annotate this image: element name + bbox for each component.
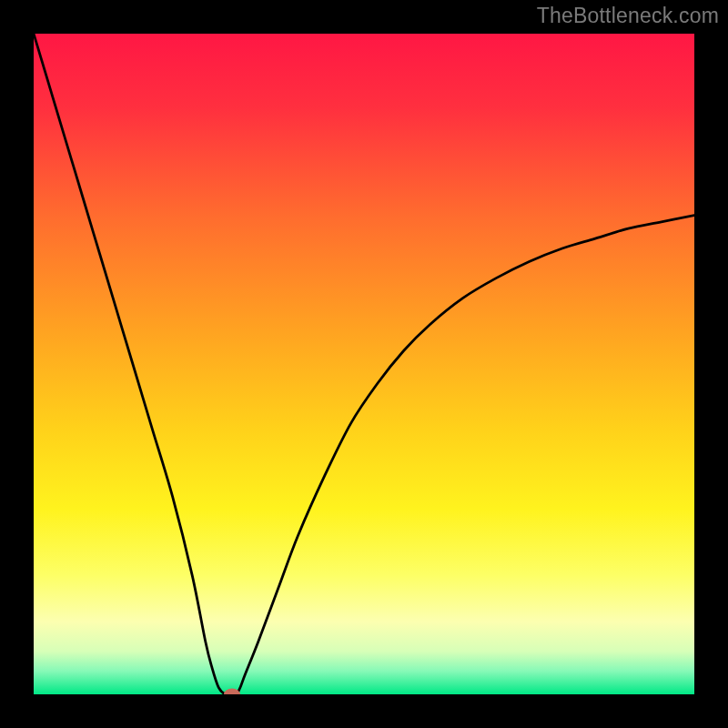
curve-layer (34, 34, 694, 694)
optimal-point-marker (224, 689, 240, 695)
plot-area (34, 34, 694, 694)
bottleneck-curve (34, 34, 694, 694)
bottleneck-chart: TheBottleneck.com (0, 0, 728, 728)
watermark-text: TheBottleneck.com (537, 4, 719, 28)
